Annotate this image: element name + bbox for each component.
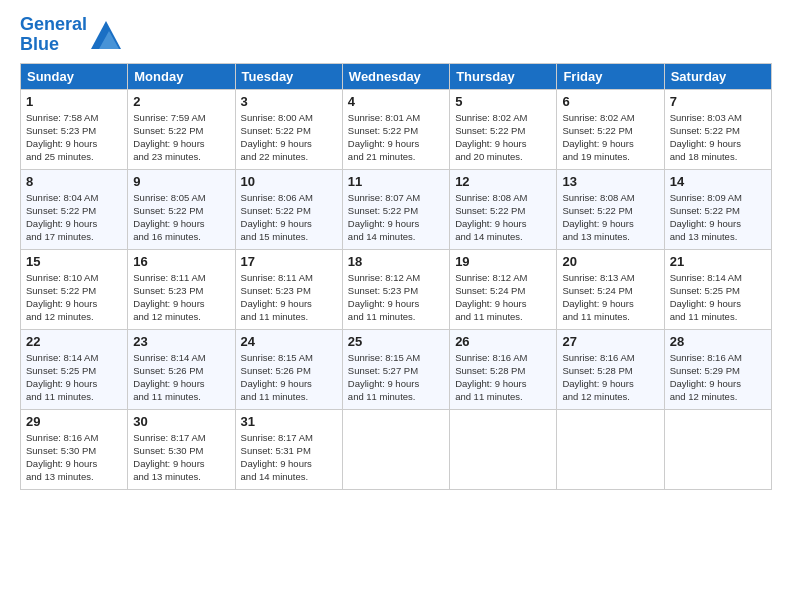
- day-info: Sunrise: 8:03 AMSunset: 5:22 PMDaylight:…: [670, 111, 766, 164]
- day-info: Sunrise: 8:14 AMSunset: 5:25 PMDaylight:…: [670, 271, 766, 324]
- page-container: General Blue SundayMondayTuesdayWednesda…: [0, 0, 792, 500]
- logo-blue: Blue: [20, 34, 59, 54]
- day-info: Sunrise: 7:58 AMSunset: 5:23 PMDaylight:…: [26, 111, 122, 164]
- day-info: Sunrise: 8:15 AMSunset: 5:26 PMDaylight:…: [241, 351, 337, 404]
- day-info: Sunrise: 8:17 AMSunset: 5:30 PMDaylight:…: [133, 431, 229, 484]
- day-info: Sunrise: 8:02 AMSunset: 5:22 PMDaylight:…: [455, 111, 551, 164]
- day-info: Sunrise: 8:08 AMSunset: 5:22 PMDaylight:…: [562, 191, 658, 244]
- calendar-cell: 12Sunrise: 8:08 AMSunset: 5:22 PMDayligh…: [450, 169, 557, 249]
- day-info: Sunrise: 8:02 AMSunset: 5:22 PMDaylight:…: [562, 111, 658, 164]
- calendar-week-2: 8Sunrise: 8:04 AMSunset: 5:22 PMDaylight…: [21, 169, 772, 249]
- calendar-cell: 5Sunrise: 8:02 AMSunset: 5:22 PMDaylight…: [450, 89, 557, 169]
- day-number: 2: [133, 94, 229, 109]
- day-number: 13: [562, 174, 658, 189]
- day-info: Sunrise: 8:16 AMSunset: 5:28 PMDaylight:…: [562, 351, 658, 404]
- day-info: Sunrise: 8:12 AMSunset: 5:24 PMDaylight:…: [455, 271, 551, 324]
- calendar-cell: 21Sunrise: 8:14 AMSunset: 5:25 PMDayligh…: [664, 249, 771, 329]
- day-header-tuesday: Tuesday: [235, 63, 342, 89]
- calendar-cell: 6Sunrise: 8:02 AMSunset: 5:22 PMDaylight…: [557, 89, 664, 169]
- calendar-cell: 10Sunrise: 8:06 AMSunset: 5:22 PMDayligh…: [235, 169, 342, 249]
- calendar-cell: 25Sunrise: 8:15 AMSunset: 5:27 PMDayligh…: [342, 329, 449, 409]
- calendar-cell: 15Sunrise: 8:10 AMSunset: 5:22 PMDayligh…: [21, 249, 128, 329]
- calendar-cell: 29Sunrise: 8:16 AMSunset: 5:30 PMDayligh…: [21, 409, 128, 489]
- calendar-cell: 9Sunrise: 8:05 AMSunset: 5:22 PMDaylight…: [128, 169, 235, 249]
- calendar-cell: 19Sunrise: 8:12 AMSunset: 5:24 PMDayligh…: [450, 249, 557, 329]
- day-info: Sunrise: 8:16 AMSunset: 5:30 PMDaylight:…: [26, 431, 122, 484]
- day-number: 10: [241, 174, 337, 189]
- day-info: Sunrise: 8:08 AMSunset: 5:22 PMDaylight:…: [455, 191, 551, 244]
- day-number: 11: [348, 174, 444, 189]
- calendar-cell: 23Sunrise: 8:14 AMSunset: 5:26 PMDayligh…: [128, 329, 235, 409]
- calendar-cell: 22Sunrise: 8:14 AMSunset: 5:25 PMDayligh…: [21, 329, 128, 409]
- day-number: 31: [241, 414, 337, 429]
- day-number: 9: [133, 174, 229, 189]
- day-number: 8: [26, 174, 122, 189]
- calendar-cell: 30Sunrise: 8:17 AMSunset: 5:30 PMDayligh…: [128, 409, 235, 489]
- day-info: Sunrise: 8:00 AMSunset: 5:22 PMDaylight:…: [241, 111, 337, 164]
- day-number: 20: [562, 254, 658, 269]
- day-number: 29: [26, 414, 122, 429]
- calendar-cell: 18Sunrise: 8:12 AMSunset: 5:23 PMDayligh…: [342, 249, 449, 329]
- calendar-cell: 7Sunrise: 8:03 AMSunset: 5:22 PMDaylight…: [664, 89, 771, 169]
- day-info: Sunrise: 8:17 AMSunset: 5:31 PMDaylight:…: [241, 431, 337, 484]
- day-header-friday: Friday: [557, 63, 664, 89]
- day-number: 3: [241, 94, 337, 109]
- day-number: 12: [455, 174, 551, 189]
- logo-icon: [91, 21, 121, 49]
- day-number: 27: [562, 334, 658, 349]
- calendar-cell: [450, 409, 557, 489]
- day-info: Sunrise: 8:13 AMSunset: 5:24 PMDaylight:…: [562, 271, 658, 324]
- day-info: Sunrise: 8:15 AMSunset: 5:27 PMDaylight:…: [348, 351, 444, 404]
- logo-text: General Blue: [20, 15, 87, 55]
- calendar-cell: 28Sunrise: 8:16 AMSunset: 5:29 PMDayligh…: [664, 329, 771, 409]
- day-info: Sunrise: 8:14 AMSunset: 5:25 PMDaylight:…: [26, 351, 122, 404]
- day-number: 28: [670, 334, 766, 349]
- day-info: Sunrise: 7:59 AMSunset: 5:22 PMDaylight:…: [133, 111, 229, 164]
- day-number: 1: [26, 94, 122, 109]
- day-number: 5: [455, 94, 551, 109]
- day-info: Sunrise: 8:01 AMSunset: 5:22 PMDaylight:…: [348, 111, 444, 164]
- day-number: 4: [348, 94, 444, 109]
- day-number: 6: [562, 94, 658, 109]
- calendar-week-1: 1Sunrise: 7:58 AMSunset: 5:23 PMDaylight…: [21, 89, 772, 169]
- day-info: Sunrise: 8:14 AMSunset: 5:26 PMDaylight:…: [133, 351, 229, 404]
- day-header-wednesday: Wednesday: [342, 63, 449, 89]
- day-number: 18: [348, 254, 444, 269]
- calendar-cell: [664, 409, 771, 489]
- day-header-saturday: Saturday: [664, 63, 771, 89]
- calendar-cell: 27Sunrise: 8:16 AMSunset: 5:28 PMDayligh…: [557, 329, 664, 409]
- calendar-cell: 3Sunrise: 8:00 AMSunset: 5:22 PMDaylight…: [235, 89, 342, 169]
- logo: General Blue: [20, 15, 121, 55]
- day-header-sunday: Sunday: [21, 63, 128, 89]
- day-header-monday: Monday: [128, 63, 235, 89]
- calendar-cell: 31Sunrise: 8:17 AMSunset: 5:31 PMDayligh…: [235, 409, 342, 489]
- day-number: 25: [348, 334, 444, 349]
- calendar-cell: 20Sunrise: 8:13 AMSunset: 5:24 PMDayligh…: [557, 249, 664, 329]
- calendar-cell: 11Sunrise: 8:07 AMSunset: 5:22 PMDayligh…: [342, 169, 449, 249]
- day-number: 23: [133, 334, 229, 349]
- day-number: 30: [133, 414, 229, 429]
- calendar-cell: 2Sunrise: 7:59 AMSunset: 5:22 PMDaylight…: [128, 89, 235, 169]
- day-number: 22: [26, 334, 122, 349]
- day-number: 26: [455, 334, 551, 349]
- calendar-cell: 13Sunrise: 8:08 AMSunset: 5:22 PMDayligh…: [557, 169, 664, 249]
- day-number: 17: [241, 254, 337, 269]
- header: General Blue: [20, 15, 772, 55]
- calendar-table: SundayMondayTuesdayWednesdayThursdayFrid…: [20, 63, 772, 490]
- day-info: Sunrise: 8:07 AMSunset: 5:22 PMDaylight:…: [348, 191, 444, 244]
- day-number: 16: [133, 254, 229, 269]
- day-info: Sunrise: 8:05 AMSunset: 5:22 PMDaylight:…: [133, 191, 229, 244]
- calendar-cell: [557, 409, 664, 489]
- day-info: Sunrise: 8:04 AMSunset: 5:22 PMDaylight:…: [26, 191, 122, 244]
- day-info: Sunrise: 8:16 AMSunset: 5:29 PMDaylight:…: [670, 351, 766, 404]
- logo-general: General: [20, 14, 87, 34]
- day-info: Sunrise: 8:11 AMSunset: 5:23 PMDaylight:…: [133, 271, 229, 324]
- day-number: 19: [455, 254, 551, 269]
- calendar-week-4: 22Sunrise: 8:14 AMSunset: 5:25 PMDayligh…: [21, 329, 772, 409]
- day-number: 14: [670, 174, 766, 189]
- calendar-cell: 14Sunrise: 8:09 AMSunset: 5:22 PMDayligh…: [664, 169, 771, 249]
- day-number: 21: [670, 254, 766, 269]
- calendar-week-3: 15Sunrise: 8:10 AMSunset: 5:22 PMDayligh…: [21, 249, 772, 329]
- day-info: Sunrise: 8:06 AMSunset: 5:22 PMDaylight:…: [241, 191, 337, 244]
- calendar-cell: 16Sunrise: 8:11 AMSunset: 5:23 PMDayligh…: [128, 249, 235, 329]
